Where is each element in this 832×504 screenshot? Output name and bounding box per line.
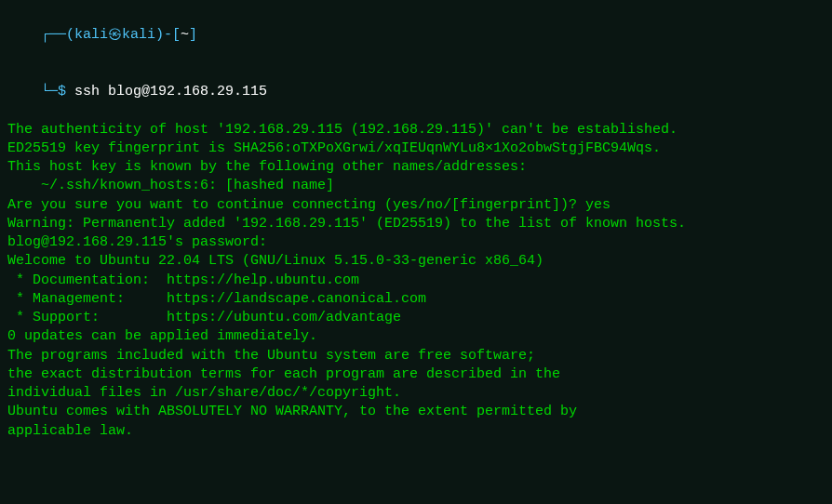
output-line: applicable law. xyxy=(7,422,825,441)
terminal[interactable]: ┌──(kali㉿kali)-[~] └─$ ssh blog@192.168.… xyxy=(7,7,825,441)
output-line: The programs included with the Ubuntu sy… xyxy=(7,347,825,365)
box-char: )-[ xyxy=(155,27,181,43)
output-line: the exact distribution terms for each pr… xyxy=(7,365,825,384)
output-line: Warning: Permanently added '192.168.29.1… xyxy=(7,215,825,233)
output-line: ~/.ssh/known_hosts:6: [hashed name] xyxy=(7,177,825,195)
box-char: ┌──( xyxy=(41,27,74,43)
output-line: * Support: https://ubuntu.com/advantage xyxy=(7,309,825,327)
prompt-line-1: ┌──(kali㉿kali)-[~] xyxy=(7,7,825,64)
output-line: Are you sure you want to continue connec… xyxy=(7,196,825,215)
user-host: kali㉿kali xyxy=(74,27,155,43)
output-line: blog@192.168.29.115's password: xyxy=(7,233,825,252)
output-line: individual files in /usr/share/doc/*/cop… xyxy=(7,384,825,403)
command-input[interactable]: ssh blog@192.168.29.115 xyxy=(74,84,267,99)
prompt-line-2: └─$ ssh blog@192.168.29.115 xyxy=(7,64,825,121)
output-line: The authenticity of host '192.168.29.115… xyxy=(7,121,825,139)
output-line: * Documentation: https://help.ubuntu.com xyxy=(7,272,825,290)
output-line: 0 updates can be applied immediately. xyxy=(7,327,825,346)
prompt-dollar: $ xyxy=(58,84,74,99)
output-line: ED25519 key fingerprint is SHA256:oTXPoX… xyxy=(7,139,825,158)
box-char: └─ xyxy=(41,84,58,99)
output-line: Ubuntu comes with ABSOLUTELY NO WARRANTY… xyxy=(7,403,825,421)
output-line: Welcome to Ubuntu 22.04 LTS (GNU/Linux 5… xyxy=(7,252,825,271)
output-line: * Management: https://landscape.canonica… xyxy=(7,290,825,309)
cwd-path: ~ xyxy=(181,27,189,43)
output-line: This host key is known by the following … xyxy=(7,158,825,177)
box-char: ] xyxy=(189,27,197,43)
